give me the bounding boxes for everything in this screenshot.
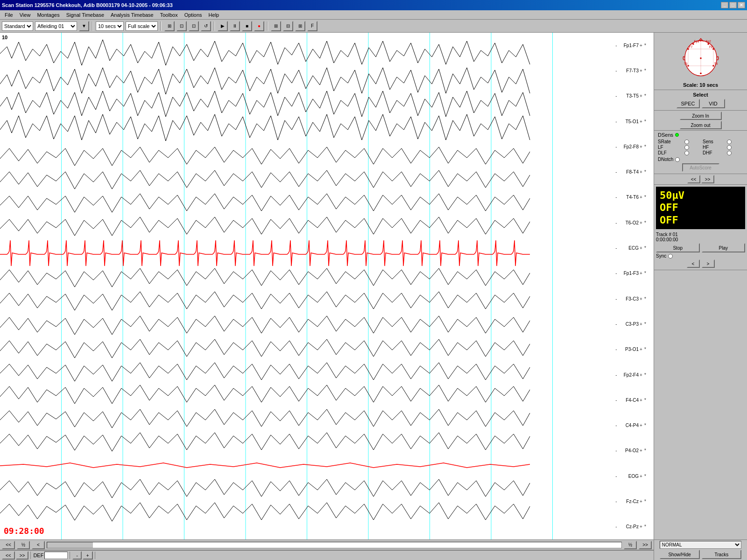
ch-fzcz-star[interactable]: * (644, 499, 646, 504)
sens-radio[interactable] (727, 140, 732, 144)
ch-fp1f3-star[interactable]: * (644, 271, 646, 276)
ch-t6o2-minus[interactable]: - (614, 220, 619, 225)
menu-toolbox[interactable]: Toolbox (157, 11, 181, 19)
tool-btn-3[interactable]: ⊡ (189, 21, 199, 31)
scale-select[interactable]: Full scale (126, 21, 158, 31)
ch-f8t4-star[interactable]: * (644, 169, 646, 175)
ch-t6o2-plus[interactable]: + (640, 220, 644, 225)
ch-f7t3-minus[interactable]: - (614, 68, 619, 73)
ch-czpz-plus[interactable]: + (640, 524, 644, 529)
hf-radio[interactable] (727, 145, 732, 150)
ch-t5o1-minus[interactable]: - (614, 119, 619, 124)
nav-back1-button[interactable]: < (32, 541, 45, 549)
menu-signal-timebase[interactable]: Signal Timebase (63, 11, 107, 19)
ch-f3c3-star[interactable]: * (644, 296, 646, 301)
menu-montages[interactable]: Montages (34, 11, 62, 19)
status-minus[interactable]: - (72, 551, 81, 560)
tool-play[interactable]: ▶ (218, 21, 228, 31)
nav-back2-button[interactable]: << (2, 541, 15, 549)
autoscore-button[interactable]: AutoScore (682, 163, 719, 172)
tool-btn-2[interactable]: ⊡ (176, 21, 187, 31)
ch-t3t5-plus[interactable]: + (640, 93, 644, 98)
dhf-radio[interactable] (727, 151, 732, 155)
ch-c3p3-minus[interactable]: - (614, 322, 619, 327)
ch-ecg-plus[interactable]: + (640, 245, 644, 251)
ch-f4c4-minus[interactable]: - (614, 398, 619, 403)
nav-fwd2-button[interactable]: >> (639, 541, 652, 549)
ch-c4p4-minus[interactable]: - (614, 423, 619, 428)
ch-f4c4-plus[interactable]: + (640, 398, 644, 403)
menu-help[interactable]: Help (206, 11, 222, 19)
nav-right-button[interactable]: >> (701, 175, 714, 183)
menu-analysis-timebase[interactable]: Analysis Timebase (108, 11, 156, 19)
ch-eog-star[interactable]: * (644, 474, 646, 479)
ch-p3o1-minus[interactable]: - (614, 347, 619, 352)
ch-fzcz-minus[interactable]: - (614, 499, 619, 504)
tool-btn-7[interactable]: ⊞ (295, 21, 305, 31)
tool-stop[interactable]: ■ (242, 21, 252, 31)
ch-czpz-minus[interactable]: - (614, 524, 619, 529)
close-button[interactable]: ✕ (738, 2, 745, 8)
srate-radio[interactable] (684, 140, 689, 144)
ch-p3o1-plus[interactable]: + (640, 347, 644, 352)
ch-t3t5-minus[interactable]: - (614, 93, 619, 98)
ch-czpz-star[interactable]: * (644, 524, 646, 529)
track-prev-button[interactable]: < (687, 259, 700, 268)
ch-fzcz-plus[interactable]: + (640, 499, 644, 504)
tracks-button[interactable]: Tracks (702, 550, 742, 559)
stop-button[interactable]: Stop (656, 243, 700, 252)
nav-fwd-status[interactable]: >> (16, 551, 29, 560)
ch-c3p3-plus[interactable]: + (640, 322, 644, 327)
lf-radio[interactable] (684, 145, 689, 150)
ch-fp1f7-minus[interactable]: - (614, 43, 619, 48)
menu-view[interactable]: View (17, 11, 34, 19)
menu-file[interactable]: File (2, 11, 16, 19)
timebase-select[interactable]: 10 secs (96, 21, 124, 31)
ch-f3c3-minus[interactable]: - (614, 296, 619, 301)
ch-f3c3-plus[interactable]: + (640, 296, 644, 301)
ch-fp2f8-plus[interactable]: + (640, 144, 644, 149)
ch-fp2f8-minus[interactable]: - (614, 144, 619, 149)
ch-t4t6-star[interactable]: * (644, 195, 646, 200)
ch-eog-minus[interactable]: - (614, 474, 619, 479)
play-button[interactable]: Play (702, 243, 746, 252)
zoom-in-button[interactable]: Zoom In (680, 112, 722, 120)
nav-fwd-half-button[interactable]: ½ (624, 541, 637, 549)
nav-half-button[interactable]: ½ (17, 541, 30, 549)
ch-c3p3-star[interactable]: * (644, 322, 646, 327)
sync-radio[interactable] (668, 254, 673, 259)
ch-c4p4-plus[interactable]: + (640, 423, 644, 428)
ch-eog-plus[interactable]: + (640, 474, 644, 479)
ch-t4t6-plus[interactable]: + (640, 195, 644, 200)
ch-fp1f7-plus[interactable]: + (640, 43, 644, 48)
tool-btn-5[interactable]: ⊞ (271, 21, 281, 31)
ch-f8t4-minus[interactable]: - (614, 169, 619, 175)
ch-t5o1-star[interactable]: * (644, 119, 646, 124)
normal-select[interactable]: NORMAL (660, 541, 742, 549)
tool-btn-1[interactable]: ⊞ (164, 21, 175, 31)
ch-fp2f8-star[interactable]: * (644, 144, 646, 149)
afleiding-arrow[interactable]: ▼ (79, 21, 89, 31)
dlf-radio[interactable] (684, 151, 689, 155)
ch-c4p4-star[interactable]: * (644, 423, 646, 428)
ch-p4o2-star[interactable]: * (644, 448, 646, 453)
ch-fp1f3-minus[interactable]: - (614, 271, 619, 276)
nav-left-button[interactable]: << (687, 175, 700, 183)
tool-pause[interactable]: ⏸ (230, 21, 240, 31)
ch-fp1f7-star[interactable]: * (644, 43, 646, 48)
vid-button[interactable]: VID (702, 99, 725, 108)
tool-btn-8[interactable]: F (307, 21, 317, 31)
minimize-button[interactable]: _ (721, 2, 728, 8)
ch-fp1f3-plus[interactable]: + (640, 271, 644, 276)
menu-options[interactable]: Options (182, 11, 205, 19)
ch-t6o2-star[interactable]: * (644, 220, 646, 225)
ch-f7t3-plus[interactable]: + (640, 68, 644, 73)
spec-button[interactable]: SPEC (677, 99, 700, 108)
montage-select[interactable]: Standard (2, 21, 33, 31)
ch-f8t4-plus[interactable]: + (640, 169, 644, 175)
show-hide-button[interactable]: Show/Hide (660, 550, 700, 559)
maximize-button[interactable]: □ (729, 2, 737, 8)
def-field[interactable] (44, 552, 68, 559)
tool-btn-4[interactable]: ↺ (201, 21, 211, 31)
ch-p3o1-star[interactable]: * (644, 347, 646, 352)
